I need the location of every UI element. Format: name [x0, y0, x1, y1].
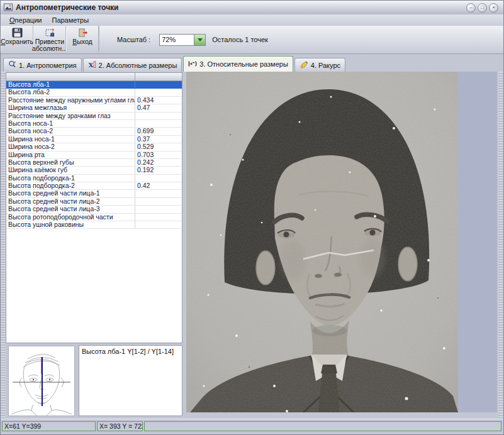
floppy-disk-icon — [12, 28, 23, 38]
measurement-value: 0.434 — [135, 97, 182, 104]
table-row[interactable]: Высота верхней губы0.242 — [6, 159, 182, 167]
measurement-value — [135, 214, 182, 221]
table-row[interactable]: Расстояние между зрачками глаз — [6, 113, 182, 120]
table-row[interactable]: Высота лба-2 — [6, 89, 182, 96]
measurement-name: Ширина носа-1 — [6, 136, 135, 143]
selection-frame-icon — [45, 28, 55, 38]
status-empty-panel — [144, 421, 501, 431]
header-value-column[interactable] — [135, 73, 182, 81]
table-row[interactable]: Ширина межглазья0.47 — [6, 104, 182, 112]
close-button[interactable]: × — [489, 3, 498, 13]
exit-button[interactable]: Выход — [66, 26, 99, 52]
scale-dropdown-button[interactable] — [194, 35, 205, 45]
left-frame-strip — [1, 72, 6, 419]
remaining-points-text: Осталось 1 точек — [212, 36, 268, 43]
measurement-value — [135, 120, 182, 127]
tab-absolute-sizes[interactable]: X 2. Абсолютные размеры — [83, 58, 182, 72]
formula-box: Высота лба-1 Y[1-2] / Y[1-14] — [79, 345, 182, 416]
measurement-value: 0.242 — [135, 159, 182, 166]
measurement-name: Высота лба-2 — [6, 89, 135, 96]
maximize-button[interactable]: □ — [478, 3, 487, 13]
scale-label: Масштаб : — [117, 36, 150, 43]
title-bar: Антропометрические точки – □ × — [1, 1, 503, 15]
chevron-down-icon — [198, 38, 203, 41]
minimize-button[interactable]: – — [466, 3, 476, 13]
measurement-value — [135, 89, 182, 96]
measurement-value: 0.699 — [135, 128, 182, 135]
menu-operations[interactable]: Операции — [4, 16, 47, 25]
save-button[interactable]: Сохранить — [1, 26, 33, 52]
measurement-name: Расстояние между наружными углами глаз — [6, 97, 135, 104]
measurement-name: Высота лба-1 — [6, 81, 135, 88]
measurement-value: 0.192 — [135, 167, 182, 173]
app-icon — [4, 3, 13, 13]
measurement-value: 0.529 — [135, 143, 182, 150]
portrait-photo — [186, 72, 458, 412]
table-body: Высота лба-1Высота лба-2Расстояние между… — [6, 81, 182, 229]
measurement-name: Высота ушной раковины — [6, 221, 135, 228]
table-row[interactable]: Ширина носа-10.37 — [6, 136, 182, 143]
table-row[interactable]: Высота средней части лица-3 — [6, 206, 182, 213]
pencil-icon — [300, 60, 308, 70]
tab-anthropometry[interactable]: 1. Антропометрия — [3, 58, 82, 72]
table-row[interactable]: Высота средней части лица-2 — [6, 198, 182, 206]
measurement-value — [135, 175, 182, 182]
measurement-name: Высота средней части лица-3 — [6, 206, 135, 212]
measurement-value — [135, 190, 182, 197]
tab-label: 1. Антропометрия — [19, 62, 77, 69]
formula-text: Высота лба-1 Y[1-2] / Y[1-14] — [82, 348, 174, 355]
tab-bar: 1. Антропометрия X 2. Абсолютные размеры… — [3, 56, 501, 72]
measurement-name: Высота носа-2 — [6, 128, 135, 135]
window-title: Антропометрические точки — [16, 3, 119, 12]
svg-text:X: X — [88, 62, 93, 69]
point-coordinates: X= 393 Y = 722 — [97, 421, 143, 431]
photo-area[interactable] — [186, 72, 497, 412]
measurement-name: Ширина каёмок губ — [6, 167, 135, 173]
status-bar: X=61 Y=399 X= 393 Y = 722 — [1, 419, 503, 433]
menu-bar: Операции Параметры — [1, 14, 503, 26]
table-row[interactable]: Высота ротоподбородочной части — [6, 214, 182, 221]
measurement-name: Расстояние между зрачками глаз — [6, 113, 135, 119]
relative-marks-icon — [188, 60, 197, 69]
menu-parameters[interactable]: Параметры — [47, 16, 94, 25]
tab-relative-sizes[interactable]: 3. Относительные размеры — [183, 56, 293, 72]
table-row[interactable]: Высота ушной раковины — [6, 221, 182, 229]
measurement-value — [135, 198, 182, 205]
measurement-value — [135, 221, 182, 228]
tab-label: 2. Абсолютные размеры — [99, 62, 177, 69]
measurement-name: Ширина рта — [6, 151, 135, 158]
header-name-column[interactable] — [6, 73, 135, 81]
table-row[interactable]: Высота носа-1 — [6, 120, 182, 128]
measurement-name: Ширина носа-2 — [6, 143, 135, 150]
table-row[interactable]: Высота носа-20.699 — [6, 128, 182, 135]
scale-combobox[interactable]: 72% — [159, 34, 206, 46]
table-row[interactable]: Ширина каёмок губ0.192 — [6, 167, 182, 174]
measurement-value — [135, 81, 182, 88]
anthropometry-sketch — [9, 346, 74, 416]
table-row[interactable]: Ширина рта0.703 — [6, 151, 182, 159]
scale-value: 72% — [160, 35, 194, 45]
tab-label: 3. Относительные размеры — [199, 60, 288, 68]
measurement-name: Высота подбородка-1 — [6, 175, 135, 182]
measurement-value: 0.42 — [135, 182, 182, 189]
measurement-value — [135, 206, 182, 212]
table-row[interactable]: Расстояние между наружными углами глаз0.… — [6, 97, 182, 104]
cursor-coordinates: X=61 Y=399 — [2, 421, 96, 431]
measurement-value: 0.37 — [135, 136, 182, 143]
measurement-name: Высота носа-1 — [6, 120, 135, 127]
table-row[interactable]: Ширина носа-20.529 — [6, 143, 182, 151]
measurement-name: Высота подбородка-2 — [6, 182, 135, 189]
table-row[interactable]: Высота лба-1 — [6, 81, 182, 89]
convert-absolute-button[interactable]: Привести абсолютн... — [33, 26, 66, 52]
table-row[interactable]: Высота подбородка-1 — [6, 175, 182, 182]
measurement-name: Ширина межглазья — [6, 104, 135, 111]
toolbar: Сохранить Привести абсолютн... Выход Мас… — [1, 26, 503, 54]
app-window: Антропометрические точки – □ × Операции … — [0, 0, 504, 435]
face-sketch-panel — [8, 346, 75, 416]
convert-label: Привести абсолютн... — [32, 38, 67, 52]
tab-angle[interactable]: 4. Ракурс — [294, 58, 345, 72]
table-row[interactable]: Высота средней части лица-1 — [6, 190, 182, 197]
exit-label: Выход — [72, 38, 92, 45]
table-row[interactable]: Высота подбородка-20.42 — [6, 182, 182, 190]
magnifier-icon — [8, 60, 16, 70]
